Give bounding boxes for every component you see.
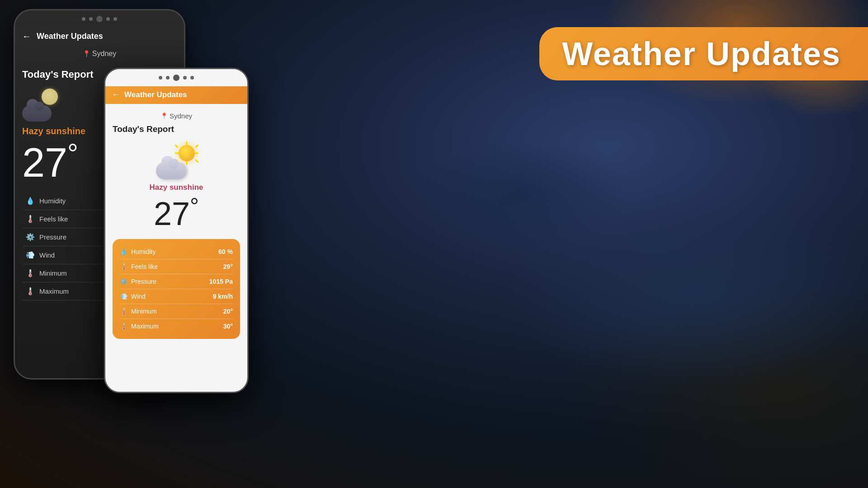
front-wind-label-group: 💨 Wind — [120, 293, 146, 300]
front-dot-camera — [173, 75, 179, 81]
back-cloud — [22, 105, 52, 122]
front-stat-maximum: 🌡️ Maximum 30° — [120, 319, 233, 333]
title-banner-text: Weather Updates — [562, 36, 841, 72]
back-pressure-label: Pressure — [39, 233, 66, 241]
back-pressure-icon: ⚙️ — [26, 233, 35, 241]
back-wind-label: Wind — [39, 251, 55, 259]
back-minimum-label: Minimum — [39, 269, 67, 277]
back-dot-1 — [82, 17, 85, 21]
title-banner: Weather Updates — [539, 27, 868, 80]
front-dot-1 — [159, 76, 162, 80]
sun-circle — [179, 145, 195, 161]
front-weather-icon-container — [156, 143, 197, 179]
front-dot-4 — [190, 76, 194, 80]
ray-right — [194, 153, 198, 154]
back-wind-icon: 💨 — [26, 251, 35, 259]
front-today-label: Today's Report — [113, 124, 240, 134]
front-feelslike-label: Feels like — [131, 263, 158, 270]
front-feelslike-icon: 🌡️ — [120, 263, 127, 270]
back-phone-title: Weather Updates — [37, 32, 103, 41]
front-minimum-icon: 🌡️ — [120, 308, 127, 315]
front-maximum-icon: 🌡️ — [120, 323, 127, 330]
back-location-pin-icon: 📍 — [83, 50, 90, 57]
front-feelslike-value: 29° — [223, 263, 233, 270]
front-arrow-icon[interactable]: ← — [112, 90, 120, 99]
front-minimum-label: Minimum — [131, 308, 157, 315]
ray-tr — [195, 144, 198, 148]
back-phone-top-bar — [15, 10, 184, 28]
back-location: 📍 Sydney — [15, 46, 184, 61]
front-pressure-value: 1015 Pa — [209, 278, 233, 285]
front-humidity-label: Humidity — [131, 248, 156, 255]
back-humidity-label: Humidity — [39, 197, 66, 205]
front-wind-value: 9 km/h — [213, 293, 233, 300]
back-phone-header: ← Weather Updates — [15, 28, 184, 46]
front-wind-icon: 💨 — [120, 293, 127, 300]
front-stats-card: 💧 Humidity 60 % 🌡️ Feels like 29° ⚙️ — [113, 239, 240, 339]
front-stat-minimum: 🌡️ Minimum 20° — [120, 304, 233, 319]
front-minimum-label-group: 🌡️ Minimum — [120, 308, 157, 315]
front-location-pin-icon: 📍 — [160, 113, 168, 119]
front-minimum-value: 20° — [223, 308, 233, 315]
front-condition: Hazy sunshine — [113, 183, 240, 192]
front-stat-humidity: 💧 Humidity 60 % — [120, 244, 233, 259]
back-maximum-label: Maximum — [39, 287, 69, 295]
front-phone-header: ← Weather Updates — [105, 86, 247, 104]
front-weather-section: Hazy sunshine 27° — [113, 140, 240, 234]
front-pressure-label: Pressure — [131, 278, 156, 285]
ray-br — [195, 159, 198, 163]
back-city: Sydney — [92, 50, 116, 58]
front-stat-wind: 💨 Wind 9 km/h — [120, 289, 233, 304]
front-phone-top-bar — [105, 69, 247, 86]
front-pressure-icon: ⚙️ — [120, 278, 127, 285]
moon-shape — [42, 89, 58, 105]
front-stat-pressure: ⚙️ Pressure 1015 Pa — [120, 274, 233, 289]
back-dot-camera — [96, 16, 103, 22]
front-location: 📍 Sydney — [113, 109, 240, 122]
front-dot-2 — [166, 76, 170, 80]
front-phone: ← Weather Updates 📍 Sydney Today's Repor… — [104, 68, 249, 393]
front-phone-title: Weather Updates — [124, 90, 187, 99]
back-feelslike-label: Feels like — [39, 215, 68, 223]
front-dot-3 — [183, 76, 187, 80]
back-arrow-icon[interactable]: ← — [22, 31, 31, 42]
front-temperature: 27° — [113, 195, 240, 230]
back-feelslike-icon: 🌡️ — [26, 215, 35, 223]
front-maximum-value: 30° — [223, 323, 233, 330]
front-phone-body: 📍 Sydney Today's Report — [105, 104, 247, 344]
front-feelslike-label-group: 🌡️ Feels like — [120, 263, 158, 270]
front-wind-label: Wind — [131, 293, 146, 300]
front-pressure-label-group: ⚙️ Pressure — [120, 278, 156, 285]
ray-bottom — [186, 161, 188, 165]
front-maximum-label: Maximum — [131, 323, 159, 330]
front-maximum-label-group: 🌡️ Maximum — [120, 323, 159, 330]
front-cloud-main — [156, 162, 187, 179]
front-humidity-icon: 💧 — [120, 248, 127, 255]
front-humidity-value: 60 % — [218, 248, 233, 255]
back-dot-4 — [113, 17, 117, 21]
phones-container: ← Weather Updates 📍 Sydney Today's Repor… — [14, 9, 276, 416]
front-weather-icon-area — [113, 143, 240, 179]
back-dot-3 — [106, 17, 110, 21]
back-minimum-icon: 🌡️ — [26, 269, 35, 277]
front-city: Sydney — [170, 112, 192, 120]
back-dot-2 — [89, 17, 93, 21]
front-stat-feelslike: 🌡️ Feels like 29° — [120, 259, 233, 274]
back-humidity-icon: 💧 — [26, 197, 35, 205]
back-maximum-icon: 🌡️ — [26, 287, 35, 296]
ray-tl — [175, 144, 178, 148]
front-humidity-label-group: 💧 Humidity — [120, 248, 156, 255]
